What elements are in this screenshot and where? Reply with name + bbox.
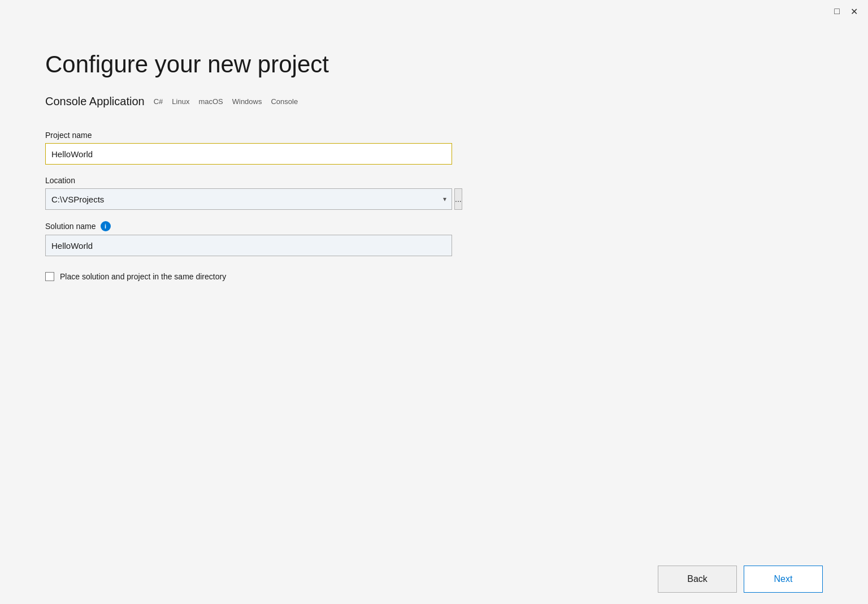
title-bar: □ ✕ (0, 0, 868, 23)
location-group: Location C:\VSProjects ... (45, 176, 823, 210)
location-select[interactable]: C:\VSProjects (45, 188, 452, 210)
back-button[interactable]: Back (658, 566, 737, 593)
subtitle-row: Console Application C# Linux macOS Windo… (45, 95, 823, 108)
location-row: C:\VSProjects ... (45, 188, 452, 210)
footer: Back Next (0, 554, 868, 604)
main-content: Configure your new project Console Appli… (0, 23, 868, 554)
tag-linux: Linux (172, 97, 189, 106)
location-select-wrapper: C:\VSProjects (45, 188, 452, 210)
tag-windows: Windows (232, 97, 262, 106)
solution-name-label: Solution name i (45, 221, 823, 231)
tag-console: Console (271, 97, 298, 106)
form: Project name Location C:\VSProjects ... … (45, 131, 823, 281)
same-directory-checkbox[interactable] (45, 272, 54, 281)
tag-macos: macOS (198, 97, 223, 106)
project-name-group: Project name (45, 131, 823, 165)
browse-button[interactable]: ... (454, 188, 462, 210)
page-title: Configure your new project (45, 51, 823, 78)
project-name-input[interactable] (45, 143, 452, 165)
project-name-label: Project name (45, 131, 823, 140)
tag-csharp: C# (154, 97, 163, 106)
solution-name-info-icon[interactable]: i (101, 221, 111, 231)
solution-name-input[interactable] (45, 235, 452, 256)
next-button[interactable]: Next (744, 566, 823, 593)
close-button[interactable]: ✕ (849, 6, 859, 16)
project-type-label: Console Application (45, 95, 145, 108)
location-label: Location (45, 176, 823, 185)
same-directory-row: Place solution and project in the same d… (45, 272, 823, 281)
configure-project-window: □ ✕ Configure your new project Console A… (0, 0, 868, 604)
maximize-button[interactable]: □ (832, 6, 842, 16)
solution-name-group: Solution name i (45, 221, 823, 256)
same-directory-label: Place solution and project in the same d… (60, 272, 226, 281)
